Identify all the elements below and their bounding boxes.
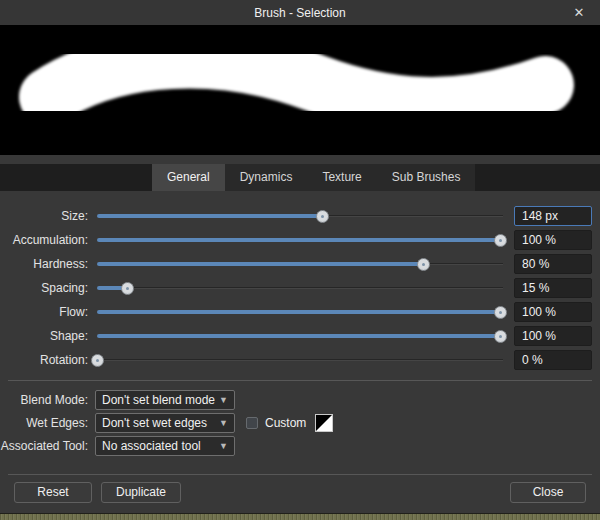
- flex-spacer: [0, 457, 600, 474]
- wet-edges-label: Wet Edges:: [0, 416, 95, 430]
- slider-handle[interactable]: [91, 354, 104, 367]
- chevron-down-icon: ▼: [219, 418, 228, 428]
- tab-gap: [0, 155, 600, 164]
- spacing-slider[interactable]: [95, 276, 505, 300]
- accumulation-slider[interactable]: [95, 228, 505, 252]
- hardness-slider[interactable]: [95, 252, 505, 276]
- accumulation-slider-row: Accumulation:: [0, 228, 592, 252]
- rotation-slider-row: Rotation:: [0, 348, 592, 372]
- flow-value-input[interactable]: [514, 302, 592, 322]
- associated-tool-value: No associated tool: [102, 439, 215, 453]
- blend-mode-row: Blend Mode: Don't set blend mode ▼: [0, 388, 600, 411]
- tab-group: General Dynamics Texture Sub Brushes: [152, 164, 475, 191]
- footer-button-row: Reset Duplicate Close: [0, 475, 600, 513]
- custom-color-swatch[interactable]: [315, 414, 333, 432]
- size-slider-row: Size:: [0, 204, 592, 228]
- close-button[interactable]: Close: [510, 482, 586, 503]
- hardness-value-input[interactable]: [514, 254, 592, 274]
- slider-handle[interactable]: [494, 234, 507, 247]
- accumulation-value-input[interactable]: [514, 230, 592, 250]
- slider-fill: [97, 262, 423, 266]
- close-icon[interactable]: ✕: [566, 0, 592, 25]
- wet-edges-value: Don't set wet edges: [102, 416, 215, 430]
- shape-label: Shape:: [0, 329, 95, 343]
- dialog-body: Size: Accumulation: Hardness:: [0, 191, 600, 513]
- associated-tool-label: Associated Tool:: [0, 439, 95, 453]
- wet-edges-dropdown[interactable]: Don't set wet edges ▼: [95, 413, 235, 433]
- slider-track: [97, 287, 503, 289]
- slider-fill: [97, 310, 501, 314]
- rotation-slider[interactable]: [95, 348, 505, 372]
- flow-slider-row: Flow:: [0, 300, 592, 324]
- brush-selection-dialog: Brush - Selection ✕ General Dynamics Tex…: [0, 0, 600, 514]
- brush-stroke-graphic: [0, 25, 600, 155]
- reset-button[interactable]: Reset: [14, 482, 92, 503]
- slider-handle[interactable]: [316, 210, 329, 223]
- options-section: Blend Mode: Don't set blend mode ▼ Wet E…: [0, 381, 600, 457]
- tab-texture[interactable]: Texture: [307, 164, 376, 191]
- accumulation-label: Accumulation:: [0, 233, 95, 247]
- tab-strip: General Dynamics Texture Sub Brushes: [0, 164, 600, 191]
- rotation-label: Rotation:: [0, 353, 95, 367]
- tab-sub-brushes[interactable]: Sub Brushes: [377, 164, 476, 191]
- spacing-slider-row: Spacing:: [0, 276, 592, 300]
- hardness-slider-row: Hardness:: [0, 252, 592, 276]
- slider-track: [97, 359, 503, 361]
- tab-dynamics[interactable]: Dynamics: [225, 164, 308, 191]
- chevron-down-icon: ▼: [219, 441, 228, 451]
- title-bar: Brush - Selection ✕: [0, 0, 600, 25]
- brush-stroke-preview: [0, 25, 600, 155]
- duplicate-button[interactable]: Duplicate: [101, 482, 181, 503]
- shape-value-input[interactable]: [514, 326, 592, 346]
- desktop-background-strip: [0, 514, 600, 520]
- flow-slider[interactable]: [95, 300, 505, 324]
- size-value-input[interactable]: [514, 206, 592, 226]
- slider-fill: [97, 214, 323, 218]
- chevron-down-icon: ▼: [219, 395, 228, 405]
- blend-mode-label: Blend Mode:: [0, 393, 95, 407]
- blend-mode-dropdown[interactable]: Don't set blend mode ▼: [95, 390, 235, 410]
- slider-section: Size: Accumulation: Hardness:: [0, 191, 600, 376]
- size-slider[interactable]: [95, 204, 505, 228]
- wet-edges-row: Wet Edges: Don't set wet edges ▼ Custom: [0, 411, 600, 434]
- slider-fill: [97, 334, 501, 338]
- slider-handle[interactable]: [494, 306, 507, 319]
- dialog-title: Brush - Selection: [254, 6, 345, 20]
- tab-general[interactable]: General: [152, 164, 225, 191]
- flow-label: Flow:: [0, 305, 95, 319]
- shape-slider-row: Shape:: [0, 324, 592, 348]
- associated-tool-dropdown[interactable]: No associated tool ▼: [95, 436, 235, 456]
- custom-checkbox[interactable]: [246, 417, 258, 429]
- associated-tool-row: Associated Tool: No associated tool ▼: [0, 434, 600, 457]
- rotation-value-input[interactable]: [514, 350, 592, 370]
- spacing-label: Spacing:: [0, 281, 95, 295]
- slider-handle[interactable]: [121, 282, 134, 295]
- blend-mode-value: Don't set blend mode: [102, 393, 215, 407]
- shape-slider[interactable]: [95, 324, 505, 348]
- custom-checkbox-label: Custom: [265, 416, 306, 430]
- slider-handle[interactable]: [494, 330, 507, 343]
- slider-fill: [97, 238, 501, 242]
- hardness-label: Hardness:: [0, 257, 95, 271]
- slider-handle[interactable]: [417, 258, 430, 271]
- spacing-value-input[interactable]: [514, 278, 592, 298]
- size-label: Size:: [0, 209, 95, 223]
